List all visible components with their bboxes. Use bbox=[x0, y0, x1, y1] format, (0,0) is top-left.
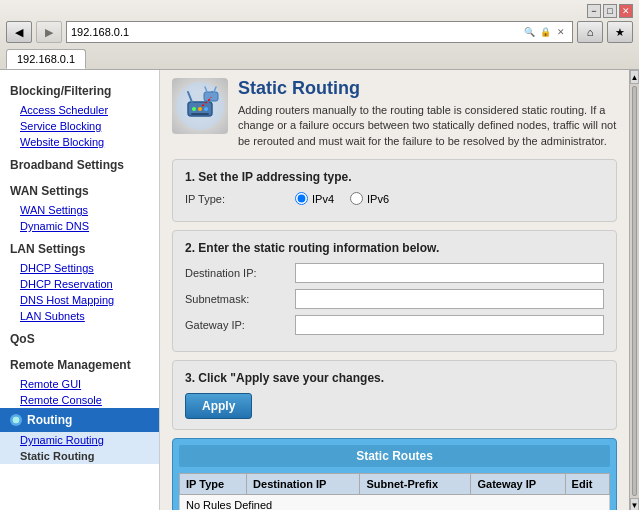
dynamic-dns-link[interactable]: Dynamic DNS bbox=[0, 218, 159, 234]
home-button[interactable]: ⌂ bbox=[577, 21, 603, 43]
routing-section-active[interactable]: Routing bbox=[0, 408, 159, 432]
dhcp-settings-link[interactable]: DHCP Settings bbox=[0, 260, 159, 276]
remote-console-link[interactable]: Remote Console bbox=[0, 392, 159, 408]
svg-rect-9 bbox=[204, 92, 218, 101]
svg-point-7 bbox=[204, 107, 208, 111]
forward-icon: ▶ bbox=[45, 26, 53, 39]
page-icon bbox=[172, 78, 228, 134]
address-bar-container: 🔍 🔒 ✕ bbox=[66, 21, 573, 43]
svg-point-5 bbox=[192, 107, 196, 111]
router-svg-icon bbox=[174, 80, 226, 132]
ip-type-label: IP Type: bbox=[185, 193, 295, 205]
col-subnet-prefix: Subnet-Prefix bbox=[360, 474, 471, 495]
section3-title: 3. Click "Apply save your changes. bbox=[185, 371, 604, 385]
col-gateway-ip: Gateway IP bbox=[471, 474, 565, 495]
back-button[interactable]: ◀ bbox=[6, 21, 32, 43]
scroll-down-arrow[interactable]: ▼ bbox=[630, 498, 639, 510]
scroll-up-arrow[interactable]: ▲ bbox=[630, 70, 639, 84]
right-scrollbar[interactable]: ▲ ▼ bbox=[629, 70, 639, 510]
scrollbar-thumb[interactable] bbox=[632, 86, 637, 496]
address-input[interactable] bbox=[71, 26, 522, 38]
service-blocking-link[interactable]: Service Blocking bbox=[0, 118, 159, 134]
section-routing-info: 2. Enter the static routing information … bbox=[172, 230, 617, 352]
ip-type-radio-group: IPv4 IPv6 bbox=[295, 192, 389, 205]
dest-ip-row: Destination IP: bbox=[185, 263, 604, 283]
svg-rect-8 bbox=[191, 113, 209, 115]
blocking-section-title: Blocking/Filtering bbox=[0, 76, 159, 102]
remote-gui-link[interactable]: Remote GUI bbox=[0, 376, 159, 392]
dns-host-mapping-link[interactable]: DNS Host Mapping bbox=[0, 292, 159, 308]
tab-main[interactable]: 192.168.0.1 bbox=[6, 49, 86, 69]
ipv6-radio[interactable] bbox=[350, 192, 363, 205]
dhcp-reservation-link[interactable]: DHCP Reservation bbox=[0, 276, 159, 292]
svg-point-6 bbox=[198, 107, 202, 111]
star-icon: ★ bbox=[615, 26, 625, 39]
content-area: Static Routing Adding routers manually t… bbox=[160, 70, 629, 510]
table-header-row: IP Type Destination IP Subnet-Prefix Gat… bbox=[180, 474, 610, 495]
sidebar: Blocking/Filtering Access Scheduler Serv… bbox=[0, 70, 160, 510]
window-controls: − □ ✕ bbox=[587, 4, 633, 18]
home-icon: ⌂ bbox=[587, 26, 594, 38]
ipv6-label: IPv6 bbox=[367, 193, 389, 205]
gateway-ip-input[interactable] bbox=[295, 315, 604, 335]
search-icon: 🔍 bbox=[522, 25, 536, 39]
close-button[interactable]: ✕ bbox=[619, 4, 633, 18]
svg-point-0 bbox=[12, 416, 20, 424]
routes-table: IP Type Destination IP Subnet-Prefix Gat… bbox=[179, 473, 610, 510]
subnetmask-label: Subnetmask: bbox=[185, 293, 295, 305]
website-blocking-link[interactable]: Website Blocking bbox=[0, 134, 159, 150]
lan-subnets-link[interactable]: LAN Subnets bbox=[0, 308, 159, 324]
routes-table-title: Static Routes bbox=[179, 445, 610, 467]
close-addr-icon[interactable]: ✕ bbox=[554, 25, 568, 39]
address-icons: 🔍 🔒 ✕ bbox=[522, 25, 568, 39]
routing-dot bbox=[10, 414, 22, 426]
page-title: Static Routing bbox=[238, 78, 617, 99]
table-empty-row: No Rules Defined bbox=[180, 495, 610, 510]
access-scheduler-link[interactable]: Access Scheduler bbox=[0, 102, 159, 118]
tab-label: 192.168.0.1 bbox=[17, 53, 75, 65]
titlebar: − □ ✕ bbox=[6, 4, 633, 18]
restore-button[interactable]: □ bbox=[603, 4, 617, 18]
broadband-section-title: Broadband Settings bbox=[0, 150, 159, 176]
section-apply: 3. Click "Apply save your changes. Apply bbox=[172, 360, 617, 430]
ip-type-row: IP Type: IPv4 IPv6 bbox=[185, 192, 604, 205]
empty-message: No Rules Defined bbox=[180, 495, 610, 510]
subnetmask-row: Subnetmask: bbox=[185, 289, 604, 309]
section2-title: 2. Enter the static routing information … bbox=[185, 241, 604, 255]
gateway-ip-label: Gateway IP: bbox=[185, 319, 295, 331]
gateway-ip-row: Gateway IP: bbox=[185, 315, 604, 335]
section-ip-type: 1. Set the IP addressing type. IP Type: … bbox=[172, 159, 617, 222]
page-header: Static Routing Adding routers manually t… bbox=[172, 78, 617, 149]
wan-settings-link[interactable]: WAN Settings bbox=[0, 202, 159, 218]
wan-section-title: WAN Settings bbox=[0, 176, 159, 202]
dynamic-routing-link[interactable]: Dynamic Routing bbox=[0, 432, 159, 448]
ipv4-option[interactable]: IPv4 bbox=[295, 192, 334, 205]
remote-section-title: Remote Management bbox=[0, 350, 159, 376]
ipv6-option[interactable]: IPv6 bbox=[350, 192, 389, 205]
toolbar: ◀ ▶ 🔍 🔒 ✕ ⌂ ★ bbox=[6, 21, 633, 47]
main-area: Blocking/Filtering Access Scheduler Serv… bbox=[0, 70, 639, 510]
page-header-text: Static Routing Adding routers manually t… bbox=[238, 78, 617, 149]
minimize-button[interactable]: − bbox=[587, 4, 601, 18]
routing-label: Routing bbox=[27, 413, 72, 427]
col-dest-ip: Destination IP bbox=[247, 474, 360, 495]
lan-section-title: LAN Settings bbox=[0, 234, 159, 260]
ipv4-radio[interactable] bbox=[295, 192, 308, 205]
section1-title: 1. Set the IP addressing type. bbox=[185, 170, 604, 184]
dest-ip-input[interactable] bbox=[295, 263, 604, 283]
back-icon: ◀ bbox=[15, 26, 23, 39]
apply-button[interactable]: Apply bbox=[185, 393, 252, 419]
bookmark-button[interactable]: ★ bbox=[607, 21, 633, 43]
ipv4-label: IPv4 bbox=[312, 193, 334, 205]
qos-section-title: QoS bbox=[0, 324, 159, 350]
dest-ip-label: Destination IP: bbox=[185, 267, 295, 279]
subnetmask-input[interactable] bbox=[295, 289, 604, 309]
col-ip-type: IP Type bbox=[180, 474, 247, 495]
tabs-bar: 192.168.0.1 bbox=[6, 49, 633, 69]
static-routes-container: Static Routes IP Type Destination IP Sub… bbox=[172, 438, 617, 510]
static-routing-link[interactable]: Static Routing bbox=[0, 448, 159, 464]
browser-chrome: − □ ✕ ◀ ▶ 🔍 🔒 ✕ ⌂ bbox=[0, 0, 639, 70]
routing-dot-icon bbox=[11, 415, 21, 425]
forward-button[interactable]: ▶ bbox=[36, 21, 62, 43]
col-edit: Edit bbox=[565, 474, 609, 495]
